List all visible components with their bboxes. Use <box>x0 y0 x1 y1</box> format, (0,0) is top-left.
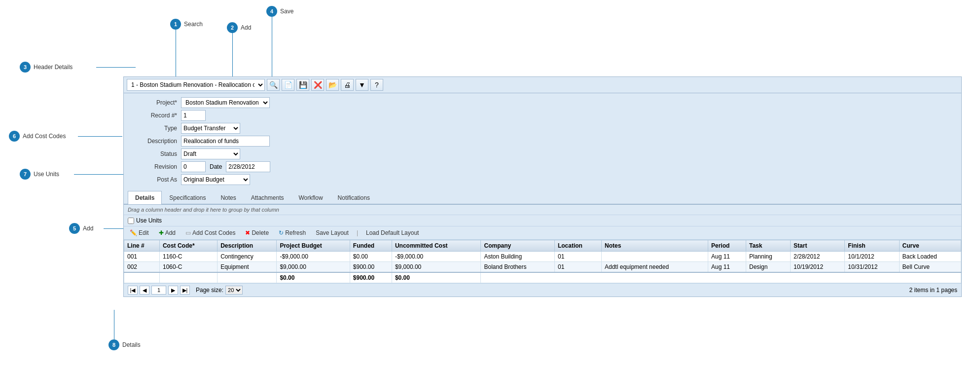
callout-label-use-units: Use Units <box>34 171 59 178</box>
totals-funded: $900.00 <box>350 272 392 283</box>
totals-description <box>218 272 277 283</box>
grid-toolbar: ✏️ Edit ✚ Add ▭ Add Cost Codes ✖ Delete … <box>124 226 961 240</box>
col-header-project-budget[interactable]: Project Budget <box>277 240 350 252</box>
grid-area: Drag a column header and drop it here to… <box>124 204 961 297</box>
record-label: Record #* <box>132 112 181 119</box>
tabs-row: Details Specifications Notes Attachments… <box>124 191 961 204</box>
cell-description-1: Contingency <box>218 252 277 262</box>
tab-specifications[interactable]: Specifications <box>162 191 213 204</box>
callout-header-details: 3 Header Details <box>20 62 73 73</box>
callout-details: 8 Details <box>109 339 141 350</box>
col-header-line[interactable]: Line # <box>124 240 160 252</box>
col-header-finish[interactable]: Finish <box>845 240 899 252</box>
type-select[interactable]: Budget Transfer <box>181 123 240 134</box>
col-header-curve[interactable]: Curve <box>899 240 961 252</box>
callout-label-details: Details <box>122 341 141 348</box>
col-header-period[interactable]: Period <box>708 240 746 252</box>
post-as-select[interactable]: Original Budget <box>181 174 250 185</box>
pagination-controls: |◀ ◀ ▶ ▶| Page size: 20 <box>128 286 243 295</box>
print-button[interactable]: 🖨 <box>341 79 354 91</box>
cell-uncommitted-1: -$9,000.00 <box>392 252 481 262</box>
type-row: Type Budget Transfer <box>132 123 953 134</box>
tab-notifications[interactable]: Notifications <box>330 191 377 204</box>
cell-notes-2: Addtl equipment needed <box>602 262 708 273</box>
cell-description-2: Equipment <box>218 262 277 273</box>
col-header-notes[interactable]: Notes <box>602 240 708 252</box>
description-row: Description Reallocation of funds <box>132 136 953 147</box>
delete-icon: ✖ <box>245 229 250 236</box>
totals-project-budget: $0.00 <box>277 272 350 283</box>
new-button[interactable]: 📄 <box>282 79 294 91</box>
col-header-company[interactable]: Company <box>481 240 554 252</box>
delete-row-button[interactable]: ✖ Delete <box>243 228 271 237</box>
totals-row: $0.00 $900.00 $0.00 <box>124 272 961 283</box>
col-header-start[interactable]: Start <box>791 240 845 252</box>
save-button[interactable]: 💾 <box>296 79 309 91</box>
cell-line-2: 002 <box>124 262 160 273</box>
tab-workflow[interactable]: Workflow <box>291 191 330 204</box>
tab-notes[interactable]: Notes <box>213 191 243 204</box>
page-size-select[interactable]: 20 <box>225 286 243 295</box>
cell-finish-1: 10/1/2012 <box>845 252 899 262</box>
callout-label-add-row: Add <box>83 225 93 232</box>
column-header-row: Line # Cost Code* Description Project Bu… <box>124 240 961 252</box>
callout-number-3: 3 <box>20 62 31 73</box>
refresh-button[interactable]: ↻ Refresh <box>277 228 308 237</box>
pagination: |◀ ◀ ▶ ▶| Page size: 20 2 items in 1 pag… <box>124 283 961 297</box>
pencil-icon: ✏️ <box>130 229 137 236</box>
add-cost-codes-button[interactable]: ▭ Add Cost Codes <box>183 228 237 237</box>
col-header-description[interactable]: Description <box>218 240 277 252</box>
record-dropdown[interactable]: 1 - Boston Stadium Renovation - Realloca… <box>127 79 265 91</box>
cell-finish-2: 10/31/2012 <box>845 262 899 273</box>
project-select[interactable]: Boston Stadium Renovation <box>181 97 270 108</box>
first-page-button[interactable]: |◀ <box>128 286 138 295</box>
col-header-task[interactable]: Task <box>746 240 790 252</box>
search-button[interactable]: 🔍 <box>267 79 280 91</box>
revision-input[interactable]: 0 <box>181 161 206 172</box>
next-page-button[interactable]: ▶ <box>168 286 178 295</box>
use-units-checkbox[interactable] <box>128 218 134 224</box>
prev-page-button[interactable]: ◀ <box>140 286 149 295</box>
cell-period-1: Aug 11 <box>708 252 746 262</box>
last-page-button[interactable]: ▶| <box>180 286 190 295</box>
cell-funded-2: $900.00 <box>350 262 392 273</box>
status-select[interactable]: Draft <box>181 149 240 159</box>
status-row: Status Draft <box>132 149 953 159</box>
cell-location-2: 01 <box>554 262 601 273</box>
tab-attachments[interactable]: Attachments <box>244 191 291 204</box>
revision-row: Revision 0 Date 2/28/2012 <box>132 161 953 172</box>
record-input[interactable]: 1 <box>181 110 206 121</box>
date-input[interactable]: 2/28/2012 <box>226 161 270 172</box>
callout-label-header-details: Header Details <box>34 64 73 71</box>
status-label: Status <box>132 150 181 157</box>
description-input[interactable]: Reallocation of funds <box>181 136 270 147</box>
form-area: Project* Boston Stadium Renovation Recor… <box>124 93 961 191</box>
page-number-input[interactable] <box>151 286 166 295</box>
table-row: 001 1160-C Contingency -$9,000.00 $0.00 … <box>124 252 961 262</box>
col-header-location[interactable]: Location <box>554 240 601 252</box>
save-layout-button[interactable]: Save Layout <box>314 228 351 237</box>
toolbar-row: 1 - Boston Stadium Renovation - Realloca… <box>124 77 961 93</box>
description-label: Description <box>132 138 181 145</box>
print-dropdown-button[interactable]: ▼ <box>356 79 368 91</box>
edit-button[interactable]: ✏️ Edit <box>128 228 151 237</box>
cell-location-1: 01 <box>554 252 601 262</box>
cell-curve-2: Bell Curve <box>899 262 961 273</box>
data-grid: Line # Cost Code* Description Project Bu… <box>124 240 961 283</box>
col-header-cost-code[interactable]: Cost Code* <box>159 240 217 252</box>
help-button[interactable]: ? <box>370 79 383 91</box>
add-row-button[interactable]: ✚ Add <box>157 228 178 237</box>
col-header-funded[interactable]: Funded <box>350 240 392 252</box>
cell-cost-code-1[interactable]: 1160-C <box>159 252 217 262</box>
load-default-layout-button[interactable]: Load Default Layout <box>364 228 421 237</box>
callout-label-add-cost-codes: Add Cost Codes <box>23 133 66 140</box>
tab-details[interactable]: Details <box>128 191 162 204</box>
open-button[interactable]: 📂 <box>326 79 339 91</box>
col-header-uncommitted[interactable]: Uncommitted Cost <box>392 240 481 252</box>
cell-start-1: 2/28/2012 <box>791 252 845 262</box>
delete-button[interactable]: ❌ <box>311 79 324 91</box>
callout-number-5: 5 <box>69 223 80 234</box>
callout-label-add-toolbar: Add <box>241 24 251 31</box>
cell-cost-code-2[interactable]: 1060-C <box>159 262 217 273</box>
cell-funded-1: $0.00 <box>350 252 392 262</box>
